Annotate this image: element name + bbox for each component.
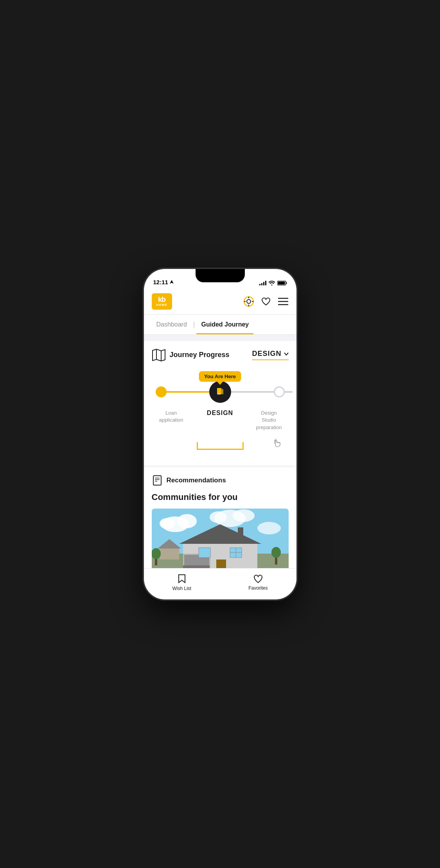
node-dot-inactive xyxy=(274,386,285,397)
design-dropdown-text: DESIGN xyxy=(252,350,281,358)
svg-point-24 xyxy=(160,518,175,529)
wishlist-label: Wish List xyxy=(172,586,191,592)
location-arrow-icon xyxy=(170,280,174,284)
section-title-group: Journey Progress xyxy=(152,349,230,361)
svg-rect-38 xyxy=(199,548,210,558)
bookmark-icon xyxy=(176,574,187,585)
heart-icon[interactable] xyxy=(260,296,271,307)
rec-header: Recommendations xyxy=(152,475,289,486)
swipe-hint-icon xyxy=(272,436,285,450)
phone-frame: 12:11 kb xyxy=(144,269,296,599)
tabs-bar: Dashboard | Guided Journey xyxy=(144,315,296,335)
tab-divider: | xyxy=(193,320,195,328)
svg-rect-2 xyxy=(286,282,287,284)
section-title: Journey Progress xyxy=(170,351,230,359)
bottom-bar: Wish List Favorites xyxy=(144,568,296,599)
kb-logo: kb HOME xyxy=(152,293,172,310)
bottom-tab-favorites[interactable]: Favorites xyxy=(248,574,268,591)
svg-rect-39 xyxy=(238,527,243,538)
svg-point-26 xyxy=(233,509,255,522)
label-design-studio: Design Studio preparation xyxy=(256,410,282,431)
wifi-icon xyxy=(269,281,275,285)
label-design: DESIGN xyxy=(207,410,233,416)
label-loan-application: Loan application xyxy=(159,410,183,423)
svg-point-27 xyxy=(210,511,227,523)
design-dropdown[interactable]: DESIGN xyxy=(252,350,288,360)
svg-rect-17 xyxy=(153,476,161,485)
bottom-tab-wishlist[interactable]: Wish List xyxy=(172,574,191,592)
node-loan-application xyxy=(156,386,167,397)
logo-text-home: HOME xyxy=(156,303,167,307)
node-design-studio xyxy=(274,386,285,397)
section-header: Journey Progress DESIGN xyxy=(152,349,289,361)
svg-rect-3 xyxy=(278,282,285,284)
bracket-indicator xyxy=(197,442,244,450)
battery-icon xyxy=(277,281,287,285)
rec-title: Recommendations xyxy=(167,476,226,484)
svg-point-44 xyxy=(152,548,161,559)
status-icons xyxy=(259,281,287,285)
svg-rect-41 xyxy=(160,548,179,559)
svg-point-46 xyxy=(271,547,281,558)
node-labels: Loan application DESIGN Design Studio pr… xyxy=(152,409,289,431)
favorites-label: Favorites xyxy=(248,586,268,591)
svg-rect-15 xyxy=(217,388,221,394)
notch xyxy=(196,269,245,282)
node-dot-completed xyxy=(156,386,167,397)
search-icon[interactable] xyxy=(243,296,254,307)
status-time: 12:11 xyxy=(153,279,174,285)
header-icons xyxy=(243,296,289,307)
tab-dashboard[interactable]: Dashboard xyxy=(152,315,192,334)
svg-point-5 xyxy=(247,300,251,303)
logo-text-kb: kb xyxy=(158,296,165,303)
time-display: 12:11 xyxy=(153,279,168,285)
svg-point-23 xyxy=(177,514,197,528)
communities-title: Communities for you xyxy=(152,492,289,502)
svg-marker-0 xyxy=(170,280,174,284)
map-icon xyxy=(152,349,166,361)
you-are-here-bubble: You Are Here xyxy=(199,371,241,382)
menu-icon[interactable] xyxy=(278,296,289,307)
tab-guided-journey[interactable]: Guided Journey xyxy=(196,315,253,334)
heart-tab-icon xyxy=(253,574,264,584)
journey-progress-card: Journey Progress DESIGN You Are Here xyxy=(144,341,296,466)
screen: kb HOME xyxy=(144,289,296,599)
svg-rect-16 xyxy=(217,393,221,395)
signal-icon xyxy=(259,281,266,285)
app-header: kb HOME xyxy=(144,289,296,315)
separator xyxy=(144,466,296,466)
document-icon xyxy=(152,475,163,486)
progress-container: You Are Here xyxy=(152,369,289,458)
svg-point-28 xyxy=(257,522,281,534)
chevron-down-icon xyxy=(284,352,289,356)
design-tool-icon xyxy=(215,386,226,397)
